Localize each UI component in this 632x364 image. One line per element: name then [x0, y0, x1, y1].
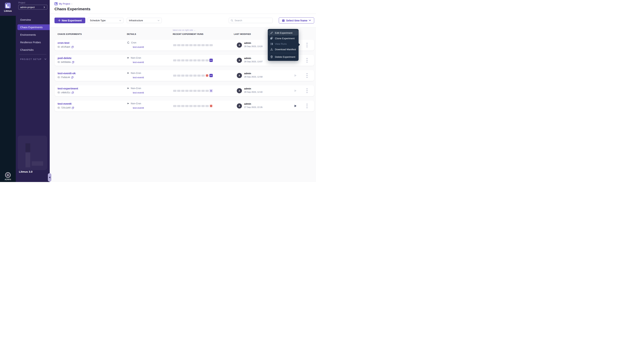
brand-name: Litmus [0, 10, 16, 12]
select-time-frame-button[interactable]: Select time frame [279, 18, 314, 24]
run-cell-empty [205, 90, 209, 92]
run-cell-empty [189, 74, 193, 76]
left-rail: Litmus A ADMIN [0, 0, 16, 182]
infrastructure-link[interactable]: test-eventt [133, 106, 144, 109]
project-setup-toggle[interactable]: PROJECT SETUP [20, 58, 48, 60]
version-label: Litmus 3.0 [19, 170, 33, 173]
run-experiment-button[interactable] [294, 89, 297, 92]
infrastructure-select[interactable]: Infrastructure [127, 18, 162, 23]
sidebar-item-environments[interactable]: Environments [16, 32, 50, 38]
run-cell-empty [181, 44, 185, 46]
run-cell-empty [181, 105, 185, 107]
breadcrumb-separator: › [71, 2, 72, 5]
sidebar-collapse-handle[interactable] [48, 173, 51, 182]
run-cell-empty [189, 44, 193, 46]
run-cell-empty [197, 44, 201, 46]
menu-item-delete-experiment[interactable]: Delete Experiment [268, 54, 298, 60]
new-experiment-button[interactable]: New Experiment [55, 18, 85, 23]
modified-date: 28 Sep 2023, 12:40 [244, 91, 262, 93]
run-cell-empty [177, 90, 181, 92]
run-cell-empty [201, 44, 205, 46]
infrastructure-link[interactable]: test-eventt [133, 76, 144, 79]
sidebar-item-resilience-probes[interactable]: Resilience Probes [16, 40, 50, 45]
avatar: A [237, 42, 242, 48]
sidebar-item-chaos-experiments[interactable]: Chaos Experiments [18, 24, 50, 30]
experiment-name-link[interactable]: test-experiment [58, 87, 78, 90]
runs-note: latest one on right side → [173, 29, 196, 31]
schedule-type: Non-Cron [131, 102, 141, 105]
page-header: My Project › Chaos Experiments [50, 0, 316, 14]
menu-item-label: Clone Experiment [275, 37, 295, 40]
run-status-failed[interactable] [209, 104, 213, 108]
menu-item-download-manifest[interactable]: Download Manifest [268, 46, 298, 52]
menu-item-clone-experiment[interactable]: Clone Experiment [268, 36, 298, 41]
copy-id-icon[interactable] [72, 92, 74, 94]
row-menu-kebab-icon[interactable] [306, 42, 308, 48]
recent-run-indicators [173, 55, 213, 66]
column-header-modified: LAST MODIFIED [234, 33, 251, 35]
row-menu-kebab-icon[interactable] [306, 88, 308, 94]
experiment-id: ID: c4b8c51c [58, 91, 71, 94]
modified-by: admin [244, 57, 251, 60]
non-cron-play-icon [127, 102, 129, 105]
modified-by: admin [244, 102, 251, 105]
copy-id-icon[interactable] [72, 61, 74, 64]
row-menu-kebab-icon[interactable] [306, 72, 308, 78]
copy-id-icon[interactable] [72, 107, 74, 109]
admin-user-button[interactable]: A ADMIN [0, 172, 16, 180]
run-experiment-button[interactable] [294, 104, 297, 108]
experiment-name-link[interactable]: cron-test [58, 41, 69, 44]
run-status-running[interactable] [209, 74, 213, 77]
main-area: My Project › Chaos Experiments New Exper… [50, 0, 316, 182]
breadcrumb-project-link[interactable]: My Project [59, 2, 70, 5]
table-row: test-experimentID: c4b8c51cNon-Crontest-… [55, 85, 314, 96]
run-cell-empty [185, 44, 189, 46]
menu-divider [270, 53, 297, 53]
run-cell-empty [197, 74, 201, 76]
run-status-running[interactable] [209, 59, 213, 62]
run-experiment-button[interactable] [294, 74, 297, 77]
trash-icon [270, 55, 273, 58]
row-menu-kebab-icon[interactable] [306, 103, 308, 109]
row-menu-kebab-icon[interactable] [306, 57, 308, 63]
schedule-type: Non-Cron [131, 56, 141, 59]
experiment-name-link[interactable]: test-eventt-ok [58, 72, 76, 75]
infrastructure-link[interactable]: test-eventt [133, 61, 144, 64]
run-cell-empty [197, 60, 201, 62]
search-input[interactable] [235, 19, 271, 22]
experiment-name-link[interactable]: pod-delete [58, 56, 72, 60]
run-status-paused[interactable] [209, 89, 213, 92]
sidebar-item-label: Resilience Probes [20, 41, 41, 44]
modified-date: 28 Sep 2023, 12:58 [244, 76, 262, 78]
infrastructure-link[interactable]: test-eventt [133, 91, 144, 94]
run-cell-empty [201, 60, 205, 62]
sidebar-item-chaoshubs[interactable]: ChaosHubs [16, 47, 50, 52]
project-selector-value: admin-project [20, 6, 35, 8]
copy-id-icon[interactable] [71, 76, 74, 79]
run-cell-empty [181, 90, 185, 92]
run-cell-empty [205, 60, 209, 62]
table-row: test-eventt-okID: f7e9dc44Non-Crontest-e… [55, 70, 314, 81]
cron-icon [127, 41, 130, 44]
recent-run-indicators [173, 70, 213, 81]
menu-item-edit-experiment[interactable]: Edit Experiment [268, 30, 298, 36]
run-cell-empty [201, 90, 205, 92]
breadcrumb: My Project › [55, 2, 72, 5]
column-header-runs: RECENT EXPERIMENT RUNS [173, 33, 203, 35]
experiment-name-link[interactable]: test-eventt [58, 102, 72, 105]
menu-item-label: View Runs [275, 42, 287, 45]
avatar: A [237, 58, 242, 63]
run-cell-empty [177, 44, 181, 46]
run-cell-empty [201, 105, 205, 107]
search-box [229, 18, 273, 23]
recent-run-indicators [173, 40, 213, 50]
run-status-failed[interactable] [205, 74, 209, 77]
project-selector[interactable]: admin-project [18, 5, 47, 10]
admin-label: ADMIN [0, 178, 16, 180]
copy-id-icon[interactable] [71, 46, 74, 48]
sidebar-item-overview[interactable]: Overview [16, 17, 50, 22]
modified-date: 27 Sep 2023, 22:35 [244, 106, 262, 108]
run-cell-empty [197, 105, 201, 107]
schedule-type-select[interactable]: Schedule Type [88, 18, 124, 23]
infrastructure-link[interactable]: test-eventt [133, 46, 144, 48]
